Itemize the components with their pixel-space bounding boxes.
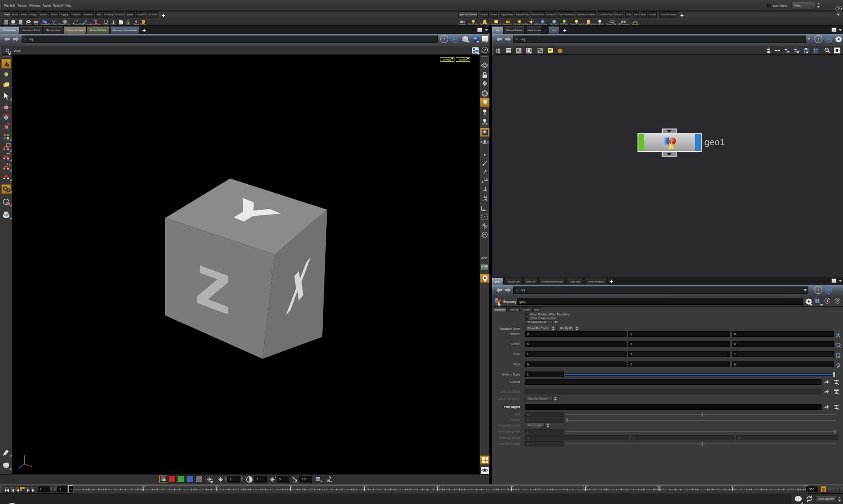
svg-text:Z: Z [195, 254, 231, 325]
svg-text:abc: abc [481, 256, 488, 260]
svg-text:12: 12 [483, 195, 487, 199]
svg-text:12: 12 [484, 178, 488, 182]
